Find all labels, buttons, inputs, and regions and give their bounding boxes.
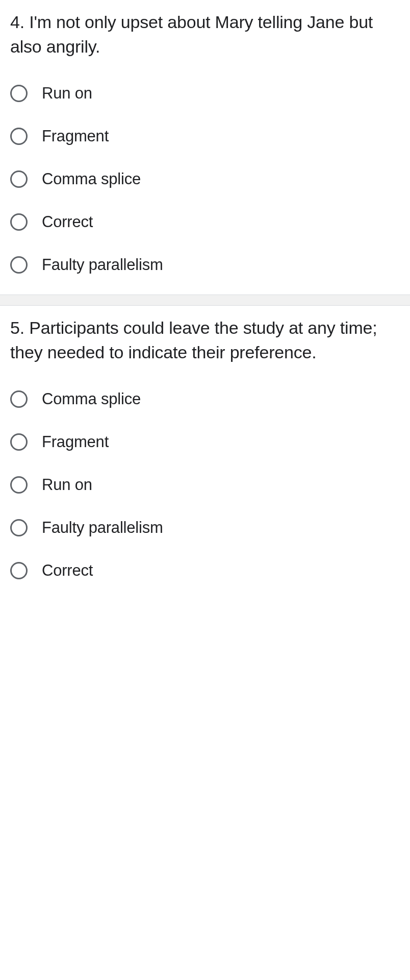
- radio-icon: [10, 519, 28, 536]
- option-faulty-parallelism[interactable]: Faulty parallelism: [10, 256, 400, 274]
- section-divider: [0, 295, 410, 306]
- option-comma-splice[interactable]: Comma splice: [10, 170, 400, 188]
- radio-icon: [10, 476, 28, 494]
- option-run-on[interactable]: Run on: [10, 476, 400, 494]
- radio-icon: [10, 390, 28, 408]
- option-label: Comma splice: [42, 170, 141, 188]
- option-label: Fragment: [42, 127, 109, 145]
- option-comma-splice[interactable]: Comma splice: [10, 390, 400, 408]
- option-label: Comma splice: [42, 390, 141, 408]
- option-fragment[interactable]: Fragment: [10, 433, 400, 451]
- option-label: Correct: [42, 561, 93, 580]
- radio-icon: [10, 256, 28, 274]
- options-list: Comma splice Fragment Run on Faulty para…: [10, 390, 400, 580]
- option-faulty-parallelism[interactable]: Faulty parallelism: [10, 519, 400, 537]
- radio-icon: [10, 128, 28, 145]
- option-fragment[interactable]: Fragment: [10, 127, 400, 145]
- radio-icon: [10, 85, 28, 102]
- option-label: Run on: [42, 476, 92, 494]
- question-block-4: 4. I'm not only upset about Mary telling…: [0, 0, 410, 295]
- option-label: Run on: [42, 84, 92, 103]
- option-label: Correct: [42, 213, 93, 231]
- option-label: Faulty parallelism: [42, 256, 163, 274]
- option-correct[interactable]: Correct: [10, 213, 400, 231]
- question-text: 5. Participants could leave the study at…: [10, 316, 400, 364]
- radio-icon: [10, 433, 28, 451]
- option-correct[interactable]: Correct: [10, 561, 400, 580]
- options-list: Run on Fragment Comma splice Correct Fau…: [10, 84, 400, 274]
- radio-icon: [10, 562, 28, 579]
- option-label: Fragment: [42, 433, 109, 451]
- question-text: 4. I'm not only upset about Mary telling…: [10, 10, 400, 59]
- option-label: Faulty parallelism: [42, 519, 163, 537]
- radio-icon: [10, 170, 28, 188]
- radio-icon: [10, 213, 28, 231]
- question-block-5: 5. Participants could leave the study at…: [0, 306, 410, 600]
- option-run-on[interactable]: Run on: [10, 84, 400, 103]
